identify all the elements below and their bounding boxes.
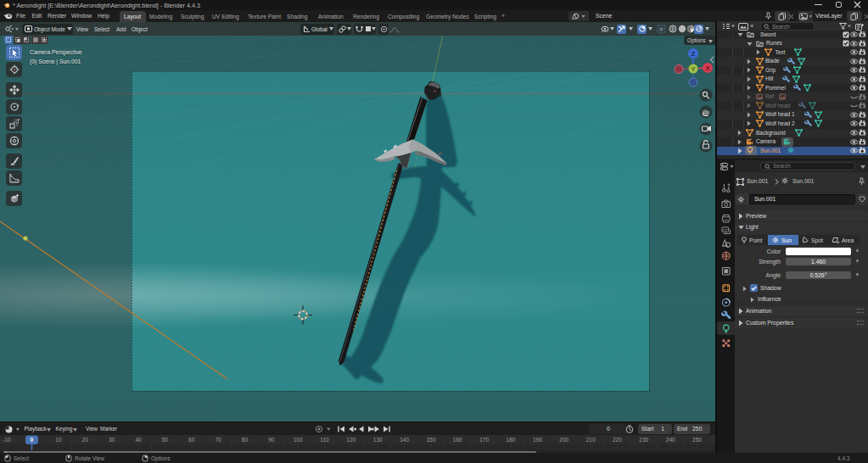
svg-text:Z: Z	[692, 50, 696, 58]
svg-text:100: 100	[294, 437, 303, 443]
svg-text:0: 0	[31, 437, 34, 443]
svg-text:60: 60	[188, 437, 195, 443]
svg-text:70: 70	[215, 437, 221, 443]
svg-text:250: 250	[692, 437, 702, 443]
svg-text:90: 90	[268, 437, 275, 443]
svg-text:110: 110	[320, 437, 329, 443]
svg-text:230: 230	[639, 437, 648, 443]
svg-text:150: 150	[426, 437, 435, 443]
svg-text:50: 50	[162, 437, 169, 443]
svg-text:30: 30	[109, 437, 115, 443]
svg-text:20: 20	[82, 437, 89, 443]
svg-text:130: 130	[373, 437, 383, 443]
svg-text:220: 220	[613, 437, 622, 443]
svg-text:Y: Y	[691, 65, 695, 73]
svg-text:10: 10	[55, 437, 62, 443]
svg-text:180: 180	[507, 437, 516, 443]
svg-text:160: 160	[453, 437, 462, 443]
svg-text:-10: -10	[3, 437, 11, 443]
svg-text:120: 120	[346, 437, 356, 443]
svg-text:80: 80	[242, 437, 249, 443]
svg-text:170: 170	[479, 437, 489, 443]
svg-text:240: 240	[666, 437, 675, 443]
svg-text:190: 190	[533, 437, 542, 443]
svg-text:210: 210	[586, 437, 596, 443]
svg-text:40: 40	[135, 437, 142, 443]
svg-text:X: X	[705, 64, 709, 72]
svg-text:140: 140	[400, 437, 409, 443]
svg-text:200: 200	[559, 437, 568, 443]
